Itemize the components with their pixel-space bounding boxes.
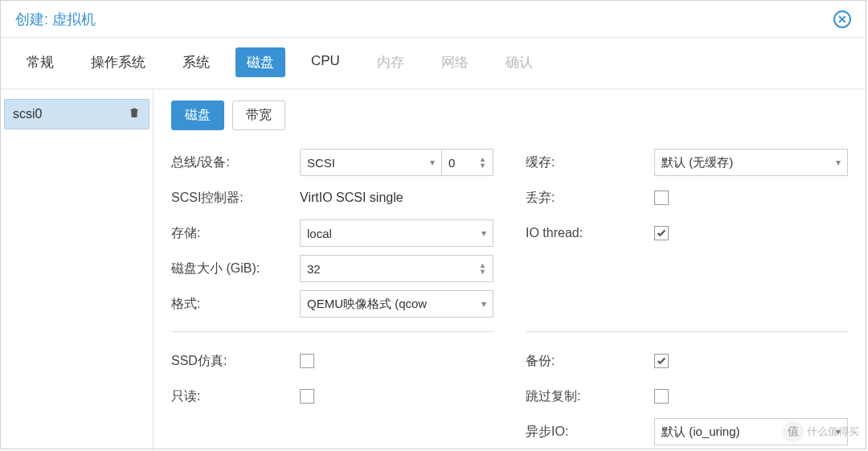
tab-os[interactable]: 操作系统 [80, 47, 157, 77]
watermark-badge-icon: 值 [783, 421, 804, 442]
bus-index-spinner[interactable]: 0 ▲▼ [442, 149, 493, 176]
storage-select-value: local [307, 227, 332, 240]
bus-select[interactable]: SCSI ▾ [300, 149, 442, 176]
iothread-checkbox[interactable] [654, 226, 669, 240]
skip-replicate-label: 跳过复制: [526, 388, 654, 405]
check-icon [656, 228, 667, 239]
chevron-down-icon: ▾ [481, 228, 486, 239]
divider [526, 331, 848, 332]
tab-disk[interactable]: 磁盘 [235, 47, 285, 77]
check-icon [656, 355, 667, 367]
chevron-down-icon: ▾ [836, 157, 841, 168]
watermark-text: 什么值得买 [807, 424, 859, 439]
tab-system[interactable]: 系统 [171, 47, 221, 77]
format-select-value: QEMU映像格式 (qcow [307, 297, 427, 312]
discard-checkbox[interactable] [654, 191, 669, 205]
format-label: 格式: [171, 296, 300, 313]
bus-index-value: 0 [448, 156, 455, 170]
tab-confirm: 确认 [494, 47, 544, 77]
bus-select-value: SCSI [307, 156, 335, 170]
cache-select-value: 默认 (无缓存) [661, 155, 733, 170]
bus-device-label: 总线/设备: [171, 154, 300, 171]
scsi-controller-label: SCSI控制器: [171, 190, 300, 207]
trash-icon[interactable] [128, 106, 141, 122]
format-select[interactable]: QEMU映像格式 (qcow ▾ [300, 290, 493, 318]
cache-label: 缓存: [526, 154, 654, 171]
close-button[interactable]: ✕ [833, 10, 851, 28]
ssd-emulation-checkbox[interactable] [300, 354, 314, 368]
tab-cpu[interactable]: CPU [300, 47, 351, 77]
discard-label: 丢弃: [526, 190, 654, 207]
iothread-label: IO thread: [526, 226, 654, 240]
window-title: 创建: 虚拟机 [15, 10, 96, 29]
skip-replicate-checkbox[interactable] [654, 389, 669, 404]
spinner-arrows-icon[interactable]: ▲▼ [479, 262, 486, 275]
wizard-tabs: 常规 操作系统 系统 磁盘 CPU 内存 网络 确认 [1, 38, 866, 89]
tab-network: 网络 [430, 47, 480, 77]
backup-checkbox[interactable] [654, 354, 669, 368]
cache-select[interactable]: 默认 (无缓存) ▾ [654, 149, 848, 176]
sidebar-item-label: scsi0 [13, 107, 42, 121]
divider [171, 331, 493, 332]
watermark: 值 什么值得买 [783, 421, 859, 442]
titlebar: 创建: 虚拟机 ✕ [1, 1, 866, 38]
ssd-emulation-label: SSD仿真: [171, 353, 300, 370]
async-io-label: 异步IO: [526, 424, 654, 441]
sidebar-item-scsi0[interactable]: scsi0 [4, 99, 149, 129]
readonly-checkbox[interactable] [300, 389, 314, 404]
backup-label: 备份: [526, 353, 654, 370]
spinner-arrows-icon[interactable]: ▲▼ [479, 156, 486, 169]
tab-memory: 内存 [366, 47, 416, 77]
disk-size-label: 磁盘大小 (GiB): [171, 260, 300, 277]
disk-size-spinner[interactable]: 32 ▲▼ [300, 255, 493, 282]
async-io-select-value: 默认 (io_uring) [661, 424, 740, 440]
subtab-bandwidth[interactable]: 带宽 [232, 100, 285, 130]
chevron-down-icon: ▾ [481, 298, 486, 310]
tab-general[interactable]: 常规 [15, 47, 65, 77]
storage-label: 存储: [171, 225, 300, 242]
subtab-disk[interactable]: 磁盘 [171, 100, 224, 130]
storage-select[interactable]: local ▾ [300, 219, 493, 247]
close-icon: ✕ [837, 13, 847, 26]
chevron-down-icon: ▾ [430, 157, 435, 168]
scsi-controller-value: VirtIO SCSI single [300, 191, 403, 205]
disk-list-sidebar: scsi0 [1, 89, 154, 451]
readonly-label: 只读: [171, 388, 300, 405]
disk-form-panel: 磁盘 带宽 总线/设备: SCSI ▾ [154, 89, 866, 451]
disk-size-value: 32 [307, 262, 321, 276]
